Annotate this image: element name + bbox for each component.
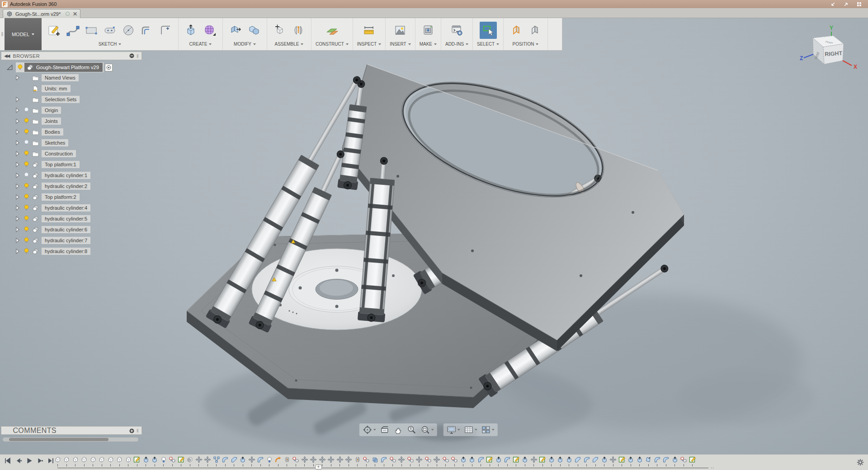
timeline-feature-fillet[interactable] [582, 456, 591, 466]
timeline-feature-sketch[interactable] [512, 456, 521, 466]
timeline-feature-sketch[interactable] [538, 456, 547, 466]
expand-arrow-icon[interactable] [14, 150, 21, 157]
menu-modify[interactable]: MODIFY [234, 42, 256, 47]
joint-icon[interactable] [290, 22, 307, 39]
expand-arrow-icon[interactable] [14, 140, 21, 146]
browser-item-top-platform-1[interactable]: Top platform:1 [1, 159, 142, 170]
print3d-icon[interactable] [420, 22, 437, 39]
timeline-feature-fillet[interactable] [476, 456, 486, 466]
timeline-feature-sweep[interactable] [274, 456, 283, 466]
timeline-feature-comp-arrow[interactable] [159, 456, 168, 466]
create-sketch-icon[interactable] [46, 22, 63, 39]
document-tab[interactable]: Gough-St...orm v29* ✕ [3, 9, 80, 18]
timeline-feature-asbuilt[interactable] [441, 456, 450, 466]
menu-make[interactable]: MAKE [420, 42, 437, 47]
view-cube[interactable]: Y RIGHT FRONT TOP Z X [789, 24, 862, 82]
timeline-feature-fillet[interactable] [662, 456, 671, 466]
browser-item-construction[interactable]: Construction [1, 148, 142, 159]
expand-arrow-icon[interactable] [14, 216, 21, 222]
zoom-icon[interactable] [406, 424, 417, 435]
timeline-feature-fillet[interactable] [221, 456, 230, 466]
timeline-feature-fillet[interactable] [380, 456, 389, 466]
timeline-feature-joint[interactable] [353, 456, 362, 466]
timeline-track[interactable] [57, 468, 708, 468]
timeline-group-expand-button[interactable]: + [315, 465, 322, 470]
visibility-bulb-icon[interactable] [23, 139, 30, 146]
visibility-bulb-icon[interactable] [17, 64, 24, 71]
visibility-bulb-icon[interactable] [23, 128, 30, 136]
pan-icon[interactable] [393, 424, 404, 435]
timeline-feature-move[interactable] [203, 456, 212, 466]
circle-icon[interactable] [120, 22, 137, 39]
timeline-feature-extrude[interactable] [459, 456, 468, 466]
extrude-icon[interactable] [183, 22, 200, 39]
timeline-feature-sketch[interactable] [177, 456, 186, 466]
form-icon[interactable] [201, 22, 218, 39]
new-component-icon[interactable] [271, 22, 288, 39]
expand-arrow-icon[interactable] [14, 118, 21, 124]
timeline-feature-asbuilt[interactable] [388, 456, 397, 466]
timeline-feature-chamfer[interactable] [591, 456, 600, 466]
activate-component-radio[interactable] [105, 64, 113, 71]
expand-arrow-icon[interactable] [14, 107, 21, 113]
menu-select[interactable]: SELECT [477, 42, 499, 47]
timeline-feature-extrude[interactable] [468, 456, 477, 466]
expand-arrow-icon[interactable] [14, 226, 21, 233]
browser-item-bodies[interactable]: Bodies [1, 127, 142, 137]
expand-arrow-icon[interactable] [14, 237, 21, 244]
expand-arrow-icon[interactable] [14, 172, 21, 179]
visibility-bulb-icon[interactable] [23, 107, 30, 114]
scripts-icon[interactable] [448, 22, 466, 39]
timeline-feature-extrude[interactable] [627, 456, 636, 466]
timeline-feature-asbuilt[interactable] [406, 456, 415, 466]
timeline-feature-move[interactable] [247, 456, 256, 466]
timeline-feature-asbuilt[interactable] [679, 456, 689, 466]
timeline-feature-box[interactable] [80, 456, 89, 466]
horizontal-scrollbar[interactable] [3, 437, 138, 442]
timeline-feature-extrude[interactable] [635, 456, 644, 466]
scrollbar-thumb[interactable] [9, 438, 108, 441]
viewports-icon[interactable] [481, 424, 495, 435]
visibility-bulb-icon[interactable] [23, 183, 30, 190]
menu-position[interactable]: POSITION [513, 42, 539, 47]
menu-add-ins[interactable]: ADD-INS [445, 42, 468, 47]
timeline-feature-sketch[interactable] [486, 456, 495, 466]
timeline-feature-move[interactable] [433, 456, 442, 466]
browser-item-hydraulic-cylinder-2[interactable]: hydraulic cylinder:2 [1, 181, 142, 192]
timeline-feature-extrude[interactable] [565, 456, 574, 466]
timeline-feature-asbuilt[interactable] [424, 456, 433, 466]
browser-header[interactable]: ◀◀ BROWSER ‖ [1, 52, 142, 60]
timeline-feature-move[interactable] [397, 456, 406, 466]
timeline-feature-chamfer[interactable] [230, 456, 239, 466]
menu-assemble[interactable]: ASSEMBLE [275, 42, 304, 47]
press-pull-icon[interactable] [227, 22, 244, 39]
canvas-icon[interactable] [392, 22, 409, 39]
browser-item-named-views[interactable]: Named Views [1, 72, 142, 83]
expand-arrow-icon[interactable] [14, 96, 21, 103]
timeline-feature-joint[interactable] [283, 456, 292, 466]
timeline-feature-box[interactable] [71, 456, 80, 466]
timeline-feature-box[interactable] [124, 456, 133, 466]
timeline-feature-move[interactable] [300, 456, 309, 466]
expand-arrow-icon[interactable] [14, 129, 21, 135]
panel-grip[interactable]: ‖ [137, 428, 139, 433]
timeline-feature-extrude[interactable] [547, 456, 556, 466]
combine-icon[interactable] [245, 22, 263, 39]
revert-position-icon[interactable] [526, 22, 543, 39]
select-icon[interactable] [480, 22, 497, 39]
timeline-feature-sketch[interactable] [618, 456, 627, 466]
window-restore-icon[interactable] [830, 2, 835, 7]
workspace-selector[interactable]: MODEL [5, 18, 42, 50]
browser-item-joints[interactable]: Joints [1, 116, 142, 127]
timeline-feature-asbuilt[interactable] [168, 456, 177, 466]
timeline-feature-draft[interactable] [644, 456, 653, 466]
browser-item-hydraulic-cylinder-6[interactable]: hydraulic cylinder:6 [1, 224, 142, 235]
collapse-panel-icon[interactable]: ◀◀ [4, 53, 9, 58]
timeline-feature-box[interactable] [98, 456, 107, 466]
browser-item-hydraulic-cylinder-1[interactable]: hydraulic cylinder:1 [1, 170, 142, 181]
fit-icon[interactable] [420, 424, 434, 435]
plane-icon[interactable] [323, 22, 340, 39]
spline-icon[interactable] [64, 22, 81, 39]
timeline-feature-fillet[interactable] [503, 456, 512, 466]
go-to-start-button[interactable] [4, 457, 11, 465]
